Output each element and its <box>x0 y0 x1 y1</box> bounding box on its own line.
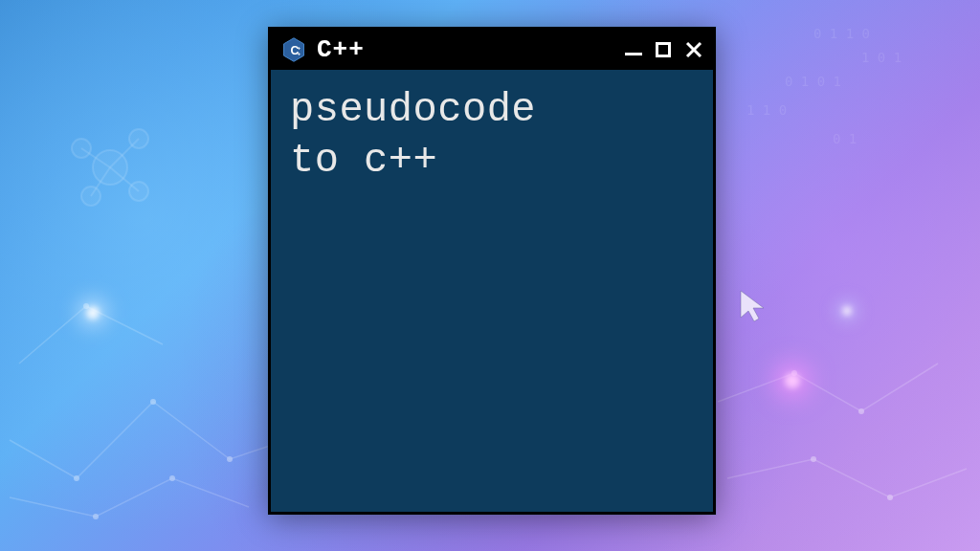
glow-dot <box>842 306 852 316</box>
terminal-content[interactable]: pseudocode to c++ <box>271 70 713 512</box>
svg-point-7 <box>811 456 816 462</box>
svg-text:1 1 0: 1 1 0 <box>746 102 787 118</box>
svg-text:0 1 0 1: 0 1 0 1 <box>785 74 841 89</box>
minimize-icon <box>625 53 642 55</box>
glow-dot <box>785 373 800 388</box>
close-icon <box>684 40 703 59</box>
minimize-button[interactable] <box>625 45 642 55</box>
cpp-icon: C + + <box>280 36 307 63</box>
maximize-icon <box>656 42 671 57</box>
svg-text:+: + <box>298 50 301 56</box>
close-button[interactable] <box>684 40 703 59</box>
glow-dot <box>86 306 100 320</box>
svg-point-8 <box>887 495 893 500</box>
svg-point-1 <box>150 399 156 405</box>
svg-point-0 <box>74 475 79 481</box>
content-line-1: pseudocode <box>290 85 694 136</box>
app-window: C + + C++ pseudocode to c++ <box>268 27 716 515</box>
window-title: C++ <box>317 35 625 64</box>
svg-text:0 1: 0 1 <box>833 131 857 146</box>
titlebar[interactable]: C + + C++ <box>271 30 713 70</box>
svg-point-4 <box>169 475 175 481</box>
svg-point-3 <box>93 514 99 519</box>
cursor-icon <box>737 287 766 325</box>
svg-text:0 1 1 0: 0 1 1 0 <box>813 26 870 41</box>
svg-marker-30 <box>741 291 764 321</box>
svg-text:1 0 1: 1 0 1 <box>861 50 902 65</box>
svg-point-6 <box>858 408 864 414</box>
maximize-button[interactable] <box>656 42 671 57</box>
content-line-2: to c++ <box>290 136 694 187</box>
svg-point-2 <box>227 456 233 462</box>
window-controls <box>625 40 703 59</box>
